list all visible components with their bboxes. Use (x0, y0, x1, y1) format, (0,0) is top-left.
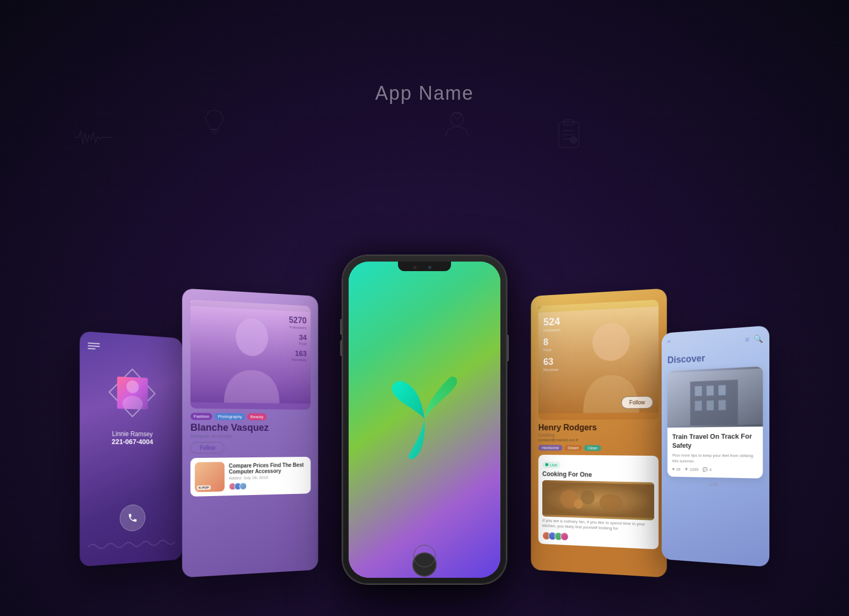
s3-follow-button[interactable]: Follow (621, 396, 653, 409)
lightbulb-icon (201, 106, 228, 142)
screen-logo (387, 376, 462, 463)
s4-card-desc: Plus more tips to keep your feet from st… (672, 452, 757, 465)
s4-card-body: Train Travel On Track For Safety Plus mo… (668, 427, 763, 479)
s2-stats: 5270 Followers 34 Post 163 Reviews (289, 315, 307, 362)
s1-name: Linnie Ramsey (112, 430, 153, 438)
svg-rect-30 (695, 401, 701, 411)
s3-tag-handsome: Handsome (539, 445, 562, 450)
volume-up-button (340, 319, 342, 335)
svg-rect-31 (707, 401, 714, 411)
s3-live-badge: Live (542, 461, 560, 468)
phone-screen (349, 262, 500, 578)
s2-product-card: K-POP Compare Prices Find The Best Compu… (190, 457, 311, 497)
s4-search-icon[interactable]: 🔍 (753, 334, 763, 343)
svg-rect-20 (542, 482, 654, 518)
screen-3-card: ‹ (531, 288, 666, 577)
phone-body (342, 255, 507, 584)
center-phone (342, 255, 507, 584)
s4-title: Discover (668, 350, 763, 366)
s2-mini-avatar-3 (239, 482, 247, 490)
s2-card-title: Compare Prices Find The Best Computer Ac… (229, 462, 307, 475)
s3-name: Henry Rodgers (539, 423, 659, 433)
svg-line-4 (206, 110, 207, 111)
svg-rect-28 (707, 386, 714, 396)
svg-rect-8 (564, 120, 574, 125)
s4-likes: ♥ 26 (672, 467, 680, 472)
s2-name: Blanche Vasquez (190, 422, 311, 433)
s4-eye-icon: 👁 (685, 467, 688, 472)
s2-follow-button[interactable]: Follow (190, 442, 224, 454)
s4-comment-icon: 💬 (703, 467, 708, 472)
s4-menu-icon[interactable]: ≡ (745, 335, 749, 344)
phones-container: Linnie Ramsey 221-067-4004 ‹ (53, 138, 796, 616)
s2-tag-photo: Photography (214, 413, 245, 420)
s3-card-desc: If you are a culinary fan, if you like t… (542, 518, 654, 533)
svg-rect-27 (695, 386, 701, 396)
s3-mini-avatar-4 (560, 532, 568, 541)
screen-2-card: ‹ (182, 288, 318, 577)
s4-views: 👁 2265 (685, 467, 699, 472)
s4-card-title: Train Travel On Track For Safety (672, 432, 757, 450)
s4-quote-icon: " (668, 339, 671, 350)
s4-comments: 💬 4 (703, 467, 712, 472)
s2-card-image: K-POP (195, 462, 224, 492)
s3-card-avatars (542, 531, 654, 544)
s3-tag-desert: Desert (565, 445, 582, 451)
power-button (507, 335, 509, 361)
s3-food-image (542, 480, 654, 520)
phone-home-inner (413, 545, 436, 567)
s3-cooking-card: Live Cooking For One (539, 455, 659, 549)
s1-avatar-img (117, 377, 148, 410)
s2-card-sub: Added: July 28, 2016 (229, 474, 307, 481)
screen-4-card: " ≡ 🔍 Discover (662, 325, 769, 567)
volume-down-button (340, 340, 342, 356)
s3-stats: 524 Followers 8 Post 63 Reviews (543, 315, 560, 372)
s4-card-footer: ♥ 26 👁 2265 💬 4 (672, 467, 757, 473)
s2-kpop-label: K-POP (197, 485, 211, 490)
s1-phone-number: 221-067-4004 (111, 438, 153, 446)
s2-tag-beauty: Beauty (247, 413, 266, 420)
s4-header: " ≡ 🔍 (668, 333, 763, 350)
svg-rect-29 (718, 385, 726, 395)
s3-tags: Handsome Desert Clean (539, 445, 659, 451)
s4-building-image (668, 366, 763, 428)
s2-card-avatars (229, 481, 307, 490)
s2-title: Designer at Google (190, 433, 311, 439)
s4-header-right: ≡ 🔍 (745, 334, 763, 344)
s1-profile-area (109, 368, 155, 418)
s1-call-button[interactable] (120, 504, 145, 532)
s1-menu (88, 342, 175, 355)
s4-pagination: 1/26 (668, 481, 763, 488)
s1-wave (88, 534, 175, 556)
s4-article-card[interactable]: Train Travel On Track For Safety Plus mo… (668, 366, 763, 479)
s3-email: contact@market-me.fr (539, 438, 659, 443)
s4-heart-icon: ♥ (672, 467, 674, 472)
s3-tag-clean: Clean (584, 445, 601, 451)
s4-card-image (668, 366, 763, 428)
phone-home-button[interactable] (412, 552, 437, 577)
s2-tag-fashion: Fashion (190, 413, 213, 420)
svg-rect-32 (718, 400, 726, 410)
s3-card-title: Cooking For One (542, 470, 654, 480)
s2-tags: Fashion Photography Beauty (190, 413, 311, 421)
s3-occupation: Cooking (539, 432, 659, 438)
screen-1-card: Linnie Ramsey 221-067-4004 (80, 331, 182, 567)
app-title: App Name (375, 82, 474, 105)
s1-avatar (117, 377, 148, 410)
s3-live-dot (545, 463, 549, 466)
